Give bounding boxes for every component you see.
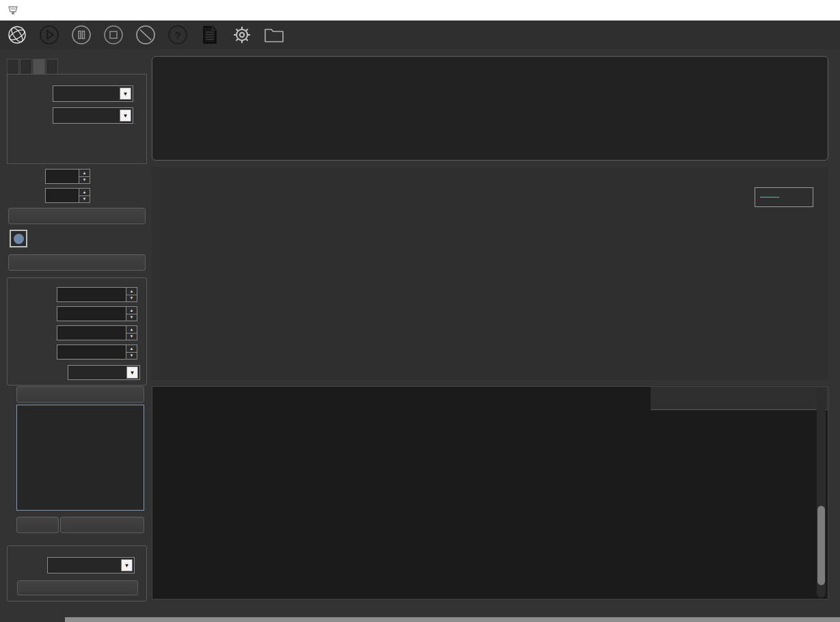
settings-icon[interactable] — [230, 23, 254, 46]
close-button[interactable] — [800, 0, 830, 21]
cancel-icon[interactable] — [134, 23, 157, 46]
tab-serial[interactable] — [33, 59, 45, 74]
play-icon[interactable] — [38, 23, 61, 46]
chevron-down-icon[interactable]: ▼ — [121, 559, 133, 571]
spin-up-icon[interactable]: ▲ — [79, 170, 90, 177]
spin-down-icon[interactable]: ▼ — [79, 196, 90, 203]
scrollbar-thumb[interactable] — [817, 506, 825, 585]
pause-icon[interactable] — [70, 23, 93, 46]
network-icon[interactable] — [5, 23, 29, 46]
toolbar: ? — [0, 21, 840, 49]
reset-view-button[interactable] — [16, 517, 59, 533]
interval-spinner[interactable]: ▲▼ — [45, 188, 90, 203]
folder-icon[interactable] — [262, 23, 286, 46]
svg-text:?: ? — [174, 29, 180, 41]
sidebar: ▼ ▼ ▲▼ ▲▼ — [7, 59, 147, 606]
clear-list-button[interactable] — [17, 580, 138, 595]
minimize-button[interactable] — [738, 0, 769, 21]
table-scrollbar[interactable] — [817, 388, 826, 597]
display-select[interactable]: ▼ — [47, 557, 135, 573]
connection-tabs — [7, 59, 59, 74]
baud-select[interactable]: ▼ — [53, 107, 133, 124]
stop-icon[interactable] — [102, 23, 125, 46]
plot-settings-group: ▲▼ ▲▼ ▲▼ ▲▼ ▼ — [7, 278, 147, 386]
chevron-down-icon[interactable]: ▼ — [120, 109, 131, 122]
app-window: ? ▼ — [0, 0, 840, 622]
trend-chart[interactable] — [152, 167, 828, 380]
spin-down-icon[interactable]: ▼ — [126, 334, 137, 340]
tab-usb[interactable] — [20, 59, 32, 74]
app-icon — [7, 4, 19, 16]
spin-down-icon[interactable]: ▼ — [126, 353, 137, 360]
save-view-button[interactable] — [60, 517, 144, 533]
spacing-spinner[interactable]: ▲▼ — [57, 306, 137, 321]
y-autofit-button[interactable] — [16, 386, 144, 403]
spin-down-icon[interactable]: ▼ — [126, 295, 137, 302]
document-icon[interactable] — [198, 23, 221, 46]
curve-type-select[interactable]: ▼ — [68, 365, 140, 380]
maximize-button[interactable] — [769, 0, 800, 21]
chevron-down-icon[interactable]: ▼ — [120, 87, 131, 100]
checkbox-dot-icon — [14, 234, 24, 244]
spin-down-icon[interactable]: ▼ — [79, 177, 90, 184]
taskbar-sliver — [65, 617, 840, 622]
help-icon[interactable]: ? — [166, 23, 189, 46]
single-record-button[interactable] — [8, 254, 146, 271]
display-settings-group: ▼ — [7, 545, 147, 601]
port-select[interactable]: ▼ — [53, 85, 133, 102]
min-spinner[interactable]: ▲▼ — [57, 325, 137, 340]
points-spinner[interactable]: ▲▼ — [57, 287, 137, 302]
serial-settings-pane: ▼ ▼ — [7, 74, 147, 164]
title-bar — [0, 0, 840, 21]
tab-net[interactable] — [7, 59, 19, 74]
chevron-down-icon[interactable]: ▼ — [126, 366, 138, 379]
spin-up-icon[interactable]: ▲ — [126, 288, 137, 295]
max-spinner[interactable]: ▲▼ — [57, 344, 137, 360]
chart-plot[interactable] — [152, 167, 828, 380]
spin-down-icon[interactable]: ▼ — [126, 314, 137, 321]
spin-up-icon[interactable]: ▲ — [79, 189, 90, 196]
tab-wifi[interactable] — [46, 59, 58, 74]
chart-legend — [755, 187, 813, 207]
data-table — [152, 386, 828, 599]
realtime-panel — [152, 56, 828, 161]
spin-up-icon[interactable]: ▲ — [126, 345, 137, 353]
address-spinner[interactable]: ▲▼ — [45, 169, 90, 184]
stop-test-button[interactable] — [8, 208, 146, 224]
spin-up-icon[interactable]: ▲ — [126, 326, 137, 334]
table-header-filler — [651, 387, 828, 410]
legend-line-icon — [760, 197, 779, 198]
auto-record-checkbox[interactable] — [10, 230, 27, 247]
spin-up-icon[interactable]: ▲ — [126, 307, 137, 314]
channel-listbox[interactable] — [16, 405, 144, 511]
